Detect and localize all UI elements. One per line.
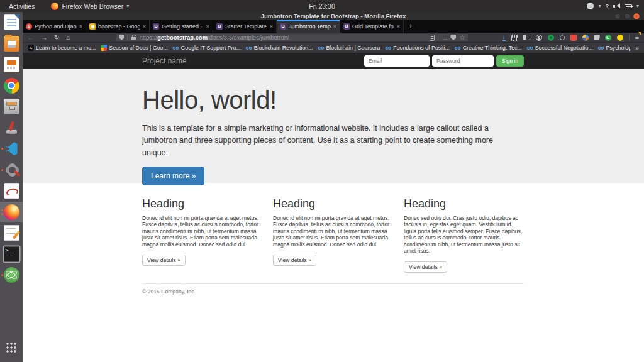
library-button[interactable] (511, 35, 518, 41)
tab-close-icon[interactable]: × (397, 23, 400, 30)
page-actions-icon[interactable]: … (441, 36, 447, 40)
pocket-icon[interactable] (450, 35, 456, 40)
tab-label: bootstrap - Google Slide (98, 23, 140, 30)
dock-item-anaconda-navigator[interactable] (0, 265, 23, 286)
dock-item-libreoffice-writer[interactable] (0, 12, 23, 33)
email-field[interactable] (364, 55, 430, 67)
dock-item-libreoffice-impress[interactable] (0, 54, 23, 75)
url-text[interactable]: https://getbootstrap.com/docs/3.3/exampl… (139, 34, 426, 41)
dock-item-scribus[interactable] (0, 180, 23, 202)
url-bar[interactable]: https://getbootstrap.com/docs/3.3/exampl… (116, 34, 468, 41)
signin-button[interactable]: Sign in (496, 55, 524, 67)
jack-control-icon (4, 120, 19, 136)
view-details-button-2[interactable]: View details » (273, 255, 316, 266)
extension-yellow-button[interactable] (617, 35, 623, 41)
coursera-favicon: co (598, 45, 604, 51)
view-details-button-1[interactable]: View details » (142, 255, 186, 266)
menu-button[interactable]: ≡ (635, 34, 639, 41)
dock-item-jack-control[interactable] (0, 118, 23, 139)
page-viewport: Project name Sign in Hello, world! This … (23, 53, 644, 362)
volume-icon[interactable] (613, 3, 620, 9)
close-button[interactable]: × (633, 13, 640, 19)
show-applications-button[interactable] (0, 337, 23, 359)
bookmark-label: Google IT Support Pro... (181, 45, 241, 51)
software-update-icon[interactable]: ↓ (587, 3, 594, 9)
extension-green-button[interactable] (548, 35, 554, 41)
bookmarks-overflow-chevron-icon[interactable]: » (630, 45, 639, 52)
tab-getting-started[interactable]: B Getting started · Bootstr × (150, 20, 213, 33)
tab-python-django[interactable]: u Python and Django Full S × (23, 20, 86, 33)
learn-more-button[interactable]: Learn more » (142, 167, 204, 185)
extension-red-button[interactable] (570, 35, 577, 41)
bookmark-roadmap[interactable]: r.Learn to become a mo... (28, 45, 96, 51)
activities-button[interactable]: Activities (6, 3, 37, 10)
bookmark-label: Psychological First Ai... (606, 45, 631, 51)
sidebar-button[interactable] (523, 35, 530, 40)
divider (127, 35, 128, 40)
text-editor-icon (4, 225, 19, 241)
chevron-down-icon[interactable]: ▾ (636, 3, 639, 9)
dock-item-firefox[interactable] (0, 202, 23, 223)
dock-item-files[interactable] (0, 33, 23, 55)
dock-item-chrome[interactable] (0, 75, 23, 97)
bookmark-label: Foundations of Positi... (393, 45, 450, 51)
bookmark-foundations-positive[interactable]: coFoundations of Positi... (385, 45, 449, 51)
power-extension-button[interactable] (560, 35, 565, 40)
coursera-favicon: co (385, 45, 391, 51)
bookmark-star-icon[interactable]: ☆ (459, 35, 465, 41)
battery-icon[interactable] (625, 4, 632, 8)
hamburger-menu-icon: ≡ (635, 34, 639, 41)
column-heading: Heading (273, 197, 393, 211)
account-button[interactable] (536, 35, 542, 41)
downloads-button[interactable]: ↓ (502, 34, 506, 41)
libreoffice-impress-icon (4, 57, 19, 72)
bookmark-blockchain-coursera[interactable]: coBlockchain | Coursera (318, 45, 380, 51)
bookmark-successful-negotiation[interactable]: coSuccessful Negotiatio... (527, 45, 593, 51)
bookmark-season-of-docs[interactable]: Season of Docs | Goo... (101, 45, 167, 51)
extension-greenc-button[interactable]: C (605, 35, 611, 41)
tab-bootstrap-slides[interactable]: bootstrap - Google Slide × (86, 20, 150, 33)
reload-icon[interactable]: ↻ (54, 33, 59, 42)
dock-item-system-tools[interactable] (0, 160, 23, 181)
help-indicator-icon[interactable]: ? (605, 3, 609, 9)
home-icon[interactable]: ⌂ (66, 33, 70, 42)
minimize-button[interactable] (614, 13, 621, 19)
dock-item-text-editor[interactable] (0, 222, 23, 244)
dock-item-vscode[interactable] (0, 138, 23, 160)
extension-gray-button[interactable] (594, 35, 599, 40)
reader-mode-icon[interactable] (430, 35, 435, 41)
back-icon[interactable]: ← (28, 33, 34, 42)
tab-label: Jumbotron Template for (289, 23, 331, 30)
tab-starter-template[interactable]: B Starter Template for Boo × (213, 20, 277, 33)
view-details-button-3[interactable]: View details » (404, 261, 447, 273)
window-controls: × (614, 13, 640, 19)
tab-close-icon[interactable]: × (143, 23, 146, 30)
bookmark-creative-thinking[interactable]: coCreative Thinking: Tec... (455, 45, 522, 51)
tab-close-icon[interactable]: × (79, 23, 82, 30)
maximize-button[interactable] (624, 13, 630, 19)
window-titlebar[interactable]: Jumbotron Template for Bootstrap - Mozil… (23, 12, 644, 20)
extension-multicolor-button[interactable] (582, 35, 589, 41)
app-menu-button[interactable]: Firefox Web Browser ▾ (51, 3, 129, 10)
tab-jumbotron-template-active[interactable]: B Jumbotron Template for × (277, 20, 340, 33)
dock-item-archive-manager[interactable] (0, 96, 23, 118)
bookmark-psychological-first-aid[interactable]: coPsychological First Ai... (598, 45, 631, 51)
footer-copyright: © 2016 Company, Inc. (142, 288, 524, 295)
lock-icon[interactable] (131, 37, 136, 40)
tab-grid-template[interactable]: B Grid Template for Boots × (340, 20, 404, 33)
green-c-extension-icon: C (605, 35, 611, 41)
anaconda-navigator-icon (4, 267, 19, 283)
tab-close-icon[interactable]: × (270, 23, 273, 30)
bookmark-google-it-support[interactable]: coGoogle IT Support Pro... (173, 45, 241, 51)
forward-icon[interactable]: → (41, 33, 47, 42)
column-2: Heading Donec id elit non mi porta gravi… (273, 197, 393, 273)
tab-close-icon[interactable]: × (206, 23, 209, 30)
dock-item-terminal[interactable] (0, 244, 23, 265)
clock-label[interactable]: Fri 23:30 (309, 3, 335, 10)
password-field[interactable] (432, 55, 494, 67)
tracking-protection-shield-icon[interactable] (119, 35, 124, 40)
tab-close-icon[interactable]: × (333, 23, 336, 30)
bookmark-blockchain-revolution[interactable]: coBlockchain Revolution... (246, 45, 313, 51)
new-tab-button[interactable]: + (404, 20, 418, 33)
site-brand-link[interactable]: Project name (142, 57, 187, 65)
